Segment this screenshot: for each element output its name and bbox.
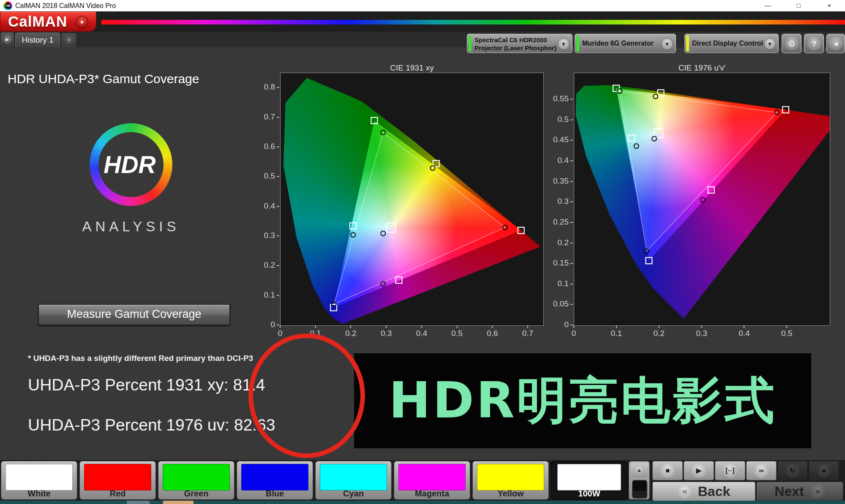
y-tick-mark [277,117,279,118]
calman-window: CM CalMAN 2018 CalMAN Video Pro — □ × Ca… [0,0,845,504]
patch-button-red[interactable]: Red [79,461,156,500]
hdr-logo-center: HDR [98,132,164,197]
x-tick-mark [421,325,422,328]
x-tick-mark [350,325,351,328]
y-tick-label: 0.2 [549,238,569,247]
x-tick-mark [701,325,702,328]
measure-gamut-coverage-button[interactable]: Measure Gamut Coverage [38,304,230,325]
maximize-button[interactable]: □ [789,0,808,11]
patch-swatch [398,464,466,490]
patch-swatch [163,464,230,490]
patch-bar: WhiteRedGreenBlueCyanMagentaYellow100W [1,461,627,500]
percent-1976-result: UHDA-P3 Percent 1976 uv: 82.63 [28,416,275,434]
generator-dropdown[interactable]: Murideo 6G Generator ▼ [575,34,676,53]
settings-button[interactable]: ⚙ [782,34,801,53]
minimize-button[interactable]: — [758,0,777,11]
y-tick-mark [570,119,573,120]
picture-mode-overlay: HDR明亮电影式 [354,353,811,448]
chevron-down-icon[interactable]: ▼ [558,38,570,50]
chevron-left-icon: ◀ [829,37,843,51]
next-label: Next [774,484,804,499]
taskbar-icon-fragment [163,501,194,504]
help-button[interactable]: ? [804,34,824,53]
patch-label: Red [80,489,155,499]
meter-dropdown[interactable]: SpectraCal C6 HDR2000Projector (Laser Ph… [467,34,572,53]
patch-label: 100W [551,489,627,499]
y-tick-mark [570,304,573,305]
patch-label: Green [158,489,234,499]
patch-button-magenta[interactable]: Magenta [394,461,470,500]
record-icon: ● [817,463,831,478]
marker-svg [574,73,830,325]
patch-button-100w[interactable]: 100W [551,461,627,500]
frame-step-icon: [··] [723,463,737,478]
plus-icon: + [64,35,74,45]
y-tick-mark [277,236,279,236]
patch-button-yellow[interactable]: Yellow [472,461,549,500]
chevron-double-left-icon: « [678,484,692,499]
target-marker [371,117,377,124]
patch-swatch [5,464,73,490]
y-tick-label: 0.45 [549,135,569,144]
calman-menu-dropdown-icon[interactable]: ▼ [76,16,88,28]
stop-icon: ■ [660,463,675,478]
y-tick-label: 0.35 [549,176,569,186]
patch-button-green[interactable]: Green [158,461,234,500]
patch-label: Yellow [473,489,548,499]
patch-button-blue[interactable]: Blue [237,461,313,500]
hdr-analysis-logo: HDR [90,123,172,206]
y-tick-label: 0 [256,320,275,329]
play-button[interactable]: ▶ [684,461,714,480]
percent-1931-result: UHDA-P3 Percent 1931 xy: 81.4 [28,376,265,394]
x-tick-mark [616,325,617,328]
meter-label: SpectraCal C6 HDR2000Projector (Laser Ph… [474,36,556,52]
y-tick-label: 0.05 [549,299,569,309]
x-tick-label: 0.3 [373,329,399,338]
calman-menu-button[interactable]: CalMAN ▼ [0,11,96,32]
pattern-up-button[interactable]: ▲ [630,463,648,478]
patch-label: Magenta [394,489,470,499]
x-tick-label: 0.5 [444,329,470,338]
back-button[interactable]: « Back [652,482,755,501]
collapse-panel-button[interactable]: ◀ [826,34,845,53]
uhda-p3-footnote: * UHDA-P3 has a slightly different Red p… [28,354,253,363]
bottom-bar: WhiteRedGreenBlueCyanMagentaYellow100W ▲… [0,460,845,504]
y-tick-label: 0.4 [256,201,275,211]
measured-gamut-triangle [620,91,777,251]
add-tab-button[interactable]: + [62,33,76,47]
chevron-down-icon[interactable]: ▼ [661,38,673,50]
continuous-button[interactable]: ∞ [746,461,777,480]
x-tick-mark [527,325,528,328]
frame-step-button[interactable]: [··] [715,461,745,480]
record-button[interactable]: ● [809,461,839,480]
display-control-dropdown[interactable]: Direct Display Control ▼ [684,34,779,53]
y-tick-mark [277,176,279,177]
x-tick-mark [659,325,660,328]
stop-button[interactable]: ■ [652,461,683,480]
patch-button-cyan[interactable]: Cyan [315,461,392,500]
patch-label: Cyan [316,489,391,499]
taskbar-icon-fragment [127,501,150,504]
next-button[interactable]: Next » [756,482,843,501]
tab-history-1[interactable]: History 1 [15,33,60,47]
close-button[interactable]: × [820,0,839,11]
target-marker [518,227,524,233]
x-tick-mark [573,325,574,328]
play-icon: ▶ [692,463,706,478]
y-tick-mark [277,265,279,266]
chevron-down-icon[interactable]: ▼ [764,38,776,50]
y-tick-mark [570,263,573,264]
loop-button[interactable]: ↻ [777,461,808,480]
y-tick-mark [570,140,573,141]
patch-label: Blue [237,489,313,499]
pattern-window-toggle[interactable] [632,480,647,499]
workflow-nav-button[interactable]: ▶ [1,33,14,46]
patch-button-white[interactable]: White [1,461,77,500]
display-status-indicator [686,35,689,51]
x-tick-label: 0.7 [515,329,540,338]
y-tick-label: 0.5 [256,171,275,181]
patch-swatch [241,464,308,490]
picture-mode-label: HDR明亮电影式 [354,353,811,448]
y-tick-label: 0.2 [256,260,275,270]
patch-label: White [1,489,77,499]
